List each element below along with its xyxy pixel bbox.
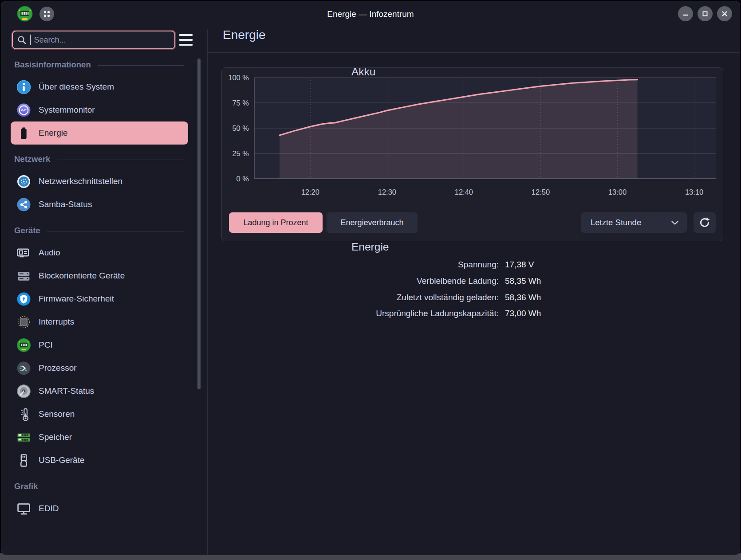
sidebar-item-label: Audio — [39, 248, 60, 258]
sidebar-item-label: Firmware-Sicherheit — [39, 294, 114, 304]
sidebar-item-blockorientierte-geräte[interactable]: Blockorientierte Geräte — [11, 264, 188, 287]
close-button[interactable] — [717, 6, 732, 21]
interrupts-chip-icon — [16, 315, 31, 329]
sidebar-item-speicher[interactable]: Speicher — [11, 426, 188, 449]
maximize-button[interactable] — [698, 6, 713, 21]
sidebar-item-label: Netzwerkschnittstellen — [39, 176, 122, 186]
pci-board-icon — [16, 338, 31, 352]
energie-rows: Spannung:17,38 VVerbleibende Ladung:58,3… — [208, 257, 740, 321]
svg-text:13:10: 13:10 — [685, 188, 703, 196]
sidebar-item-energie[interactable]: Energie — [11, 121, 188, 145]
sidebar-section-header: Grafik — [11, 480, 185, 493]
sidebar-item-label: USB-Geräte — [39, 455, 84, 465]
sidebar-item-label: EDID — [39, 504, 59, 513]
sidebar-section-header: Netzwerk — [11, 153, 185, 165]
sidebar-item-systemmonitor[interactable]: Systemmonitor — [11, 98, 188, 121]
battery-charge-chart: 100 %75 %50 %25 %0 %12:2012:3012:4012:50… — [222, 68, 723, 210]
sidebar-item-label: Prozessor — [39, 363, 77, 373]
section-divider-line — [57, 160, 184, 160]
sidebar-item-label: Sensoren — [39, 409, 75, 419]
detail-row: Ursprüngliche Ladungskapazität:73,00 Wh — [208, 305, 740, 322]
processor-icon — [16, 361, 31, 376]
titlebar: Energie — Infozentrum — [1, 1, 740, 27]
detail-row: Spannung:17,38 V — [208, 257, 740, 273]
detail-label: Verbleibende Ladung: — [208, 273, 499, 290]
svg-text:12:40: 12:40 — [455, 188, 473, 196]
svg-text:12:50: 12:50 — [532, 188, 550, 196]
sidebar-item-label: Interrupts — [39, 317, 74, 327]
svg-text:12:30: 12:30 — [378, 188, 396, 196]
section-label: Grafik — [11, 482, 38, 491]
svg-text:13:00: 13:00 — [608, 188, 627, 196]
sidebar-item-label: Speicher — [39, 432, 72, 442]
detail-value: 58,36 Wh — [505, 290, 541, 306]
detail-value: 17,38 V — [505, 257, 534, 273]
thermometer-icon — [16, 407, 31, 422]
main-panel: 100 %75 %50 %25 %0 %12:2012:3012:4012:50… — [208, 52, 740, 555]
svg-text:75 %: 75 % — [232, 99, 249, 107]
section-divider-line — [98, 65, 184, 66]
block-devices-icon — [16, 269, 31, 283]
section-label: Basisinformationen — [11, 60, 91, 70]
toolbar: Energie — [1, 27, 740, 52]
refresh-button[interactable] — [694, 212, 716, 233]
sidebar-item-pci[interactable]: PCI — [11, 333, 188, 356]
system-monitor-icon — [16, 103, 31, 117]
smart-disk-icon — [16, 384, 31, 399]
infocenter-window: Energie — Infozentrum Energie — [1, 1, 740, 555]
section-divider-line — [47, 231, 184, 231]
sidebar-item-label: PCI — [39, 340, 53, 350]
network-interfaces-icon — [16, 174, 31, 189]
sidebar-item-smart-status[interactable]: SMART-Status — [11, 380, 188, 403]
sidebar-item-label: Systemmonitor — [39, 105, 95, 115]
sidebar-item-sensoren[interactable]: Sensoren — [11, 403, 188, 426]
detail-row: Verbleibende Ladung:58,35 Wh — [208, 273, 740, 290]
chart-controls: Ladung in Prozent Energieverbrauch Letzt… — [222, 212, 723, 233]
timespan-value: Letzte Stunde — [591, 218, 671, 227]
firmware-shield-icon — [16, 292, 31, 306]
sidebar-item-audio[interactable]: Audio — [11, 241, 188, 264]
energie-heading: Energie — [351, 241, 740, 253]
sidebar-item-label: Über dieses System — [39, 82, 114, 92]
sidebar-item-netzwerkschnittstellen[interactable]: Netzwerkschnittstellen — [11, 170, 188, 193]
chart-card: 100 %75 %50 %25 %0 %12:2012:3012:4012:50… — [221, 67, 723, 241]
detail-row: Zuletzt vollständig geladen:58,36 Wh — [208, 290, 740, 306]
audio-card-icon — [16, 246, 31, 260]
sidebar-item-interrupts[interactable]: Interrupts — [11, 310, 188, 333]
sidebar-item-edid[interactable]: EDID — [11, 497, 188, 520]
search-input[interactable] — [31, 35, 170, 45]
sidebar-item-usb-geräte[interactable]: USB-Geräte — [11, 449, 188, 472]
minimize-button[interactable] — [678, 6, 693, 21]
sidebar-item-label: Energie — [39, 128, 68, 138]
search-box[interactable] — [12, 31, 175, 49]
energy-consumption-button[interactable]: Energieverbrauch — [327, 212, 418, 233]
svg-text:100 %: 100 % — [228, 74, 249, 82]
chevron-down-icon — [671, 220, 679, 225]
akku-heading: Akku — [351, 66, 740, 78]
sidebar-scrollbar[interactable] — [197, 59, 201, 389]
refresh-icon — [698, 216, 711, 229]
sidebar-nav: BasisinformationenÜber dieses SystemSyst… — [1, 52, 207, 555]
sidebar-item-label: Blockorientierte Geräte — [39, 271, 125, 281]
timespan-dropdown[interactable]: Letzte Stunde — [581, 212, 687, 233]
detail-value: 58,35 Wh — [505, 273, 541, 290]
search-icon — [17, 35, 26, 44]
section-label: Geräte — [11, 226, 40, 235]
hamburger-menu-icon[interactable] — [179, 34, 193, 46]
sidebar-section-header: Basisinformationen — [11, 59, 185, 71]
svg-text:0 %: 0 % — [236, 175, 249, 183]
samba-share-icon — [16, 197, 31, 212]
section-label: Netzwerk — [11, 154, 50, 164]
usb-icon — [16, 453, 31, 468]
sidebar-item-label: SMART-Status — [39, 386, 94, 396]
info-icon — [16, 80, 31, 94]
detail-label: Zuletzt vollständig geladen: — [208, 290, 499, 306]
sidebar-item-firmware-sicherheit[interactable]: Firmware-Sicherheit — [11, 287, 188, 310]
sidebar-item-prozessor[interactable]: Prozessor — [11, 356, 188, 380]
svg-text:50 %: 50 % — [232, 124, 249, 132]
detail-value: 73,00 Wh — [505, 305, 541, 322]
sidebar-item-samba-status[interactable]: Samba-Status — [11, 193, 188, 216]
sidebar-item-über-dieses-system[interactable]: Über dieses System — [11, 75, 188, 98]
charge-percent-button[interactable]: Ladung in Prozent — [229, 212, 323, 233]
detail-label: Ursprüngliche Ladungskapazität: — [208, 305, 499, 322]
